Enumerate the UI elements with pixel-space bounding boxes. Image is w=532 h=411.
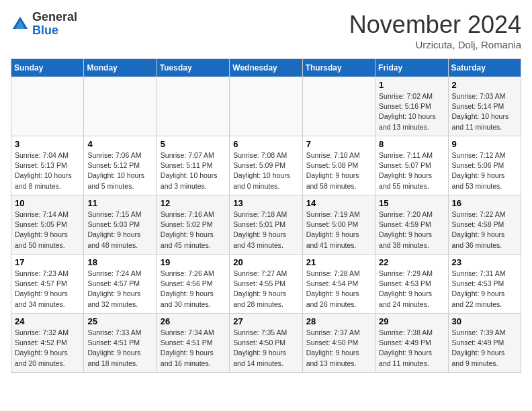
logo-icon [11, 15, 30, 34]
day-info: Sunrise: 7:27 AMSunset: 4:55 PMDaylight:… [233, 269, 298, 310]
location: Urzicuta, Dolj, Romania [349, 39, 521, 50]
calendar-cell: 10Sunrise: 7:14 AMSunset: 5:05 PMDayligh… [11, 195, 84, 255]
month-title: November 2024 [349, 11, 521, 39]
calendar-header: SundayMondayTuesdayWednesdayThursdayFrid… [11, 59, 521, 77]
day-info: Sunrise: 7:02 AMSunset: 5:16 PMDaylight:… [379, 91, 444, 132]
calendar-body: 1Sunrise: 7:02 AMSunset: 5:16 PMDaylight… [11, 77, 521, 373]
day-info: Sunrise: 7:15 AMSunset: 5:03 PMDaylight:… [87, 210, 152, 250]
calendar-cell: 30Sunrise: 7:39 AMSunset: 4:49 PMDayligh… [448, 314, 521, 373]
day-info: Sunrise: 7:20 AMSunset: 4:59 PMDaylight:… [379, 210, 444, 250]
day-number: 7 [306, 139, 371, 149]
day-info: Sunrise: 7:31 AMSunset: 4:53 PMDaylight:… [452, 269, 517, 310]
day-number: 12 [161, 198, 226, 208]
calendar-cell: 3Sunrise: 7:04 AMSunset: 5:13 PMDaylight… [11, 136, 84, 195]
calendar-cell: 24Sunrise: 7:32 AMSunset: 4:52 PMDayligh… [11, 314, 84, 373]
day-number: 18 [87, 257, 152, 267]
day-number: 14 [306, 198, 371, 208]
day-info: Sunrise: 7:29 AMSunset: 4:53 PMDaylight:… [379, 269, 444, 310]
calendar-cell: 23Sunrise: 7:31 AMSunset: 4:53 PMDayligh… [448, 255, 521, 314]
logo-blue-text: Blue [32, 24, 77, 38]
calendar-cell: 17Sunrise: 7:23 AMSunset: 4:57 PMDayligh… [11, 255, 84, 314]
logo: General Blue [11, 11, 77, 38]
day-info: Sunrise: 7:18 AMSunset: 5:01 PMDaylight:… [233, 210, 298, 250]
day-info: Sunrise: 7:33 AMSunset: 4:51 PMDaylight:… [87, 328, 152, 369]
calendar-cell: 21Sunrise: 7:28 AMSunset: 4:54 PMDayligh… [302, 255, 375, 314]
day-info: Sunrise: 7:08 AMSunset: 5:09 PMDaylight:… [233, 150, 298, 191]
calendar-cell: 29Sunrise: 7:38 AMSunset: 4:49 PMDayligh… [375, 314, 448, 373]
day-info: Sunrise: 7:06 AMSunset: 5:12 PMDaylight:… [87, 150, 152, 191]
day-number: 1 [379, 80, 444, 90]
day-info: Sunrise: 7:26 AMSunset: 4:56 PMDaylight:… [161, 269, 226, 310]
page-header: General Blue November 2024 Urzicuta, Dol… [11, 11, 521, 50]
calendar-cell [11, 77, 84, 136]
day-info: Sunrise: 7:34 AMSunset: 4:51 PMDaylight:… [161, 328, 226, 369]
calendar-cell: 26Sunrise: 7:34 AMSunset: 4:51 PMDayligh… [157, 314, 229, 373]
day-info: Sunrise: 7:38 AMSunset: 4:49 PMDaylight:… [379, 328, 444, 369]
day-info: Sunrise: 7:12 AMSunset: 5:06 PMDaylight:… [452, 150, 517, 191]
calendar-table: SundayMondayTuesdayWednesdayThursdayFrid… [11, 58, 521, 373]
day-info: Sunrise: 7:07 AMSunset: 5:11 PMDaylight:… [161, 150, 226, 191]
calendar-cell: 9Sunrise: 7:12 AMSunset: 5:06 PMDaylight… [448, 136, 521, 195]
calendar-week: 17Sunrise: 7:23 AMSunset: 4:57 PMDayligh… [11, 255, 521, 314]
calendar-cell: 4Sunrise: 7:06 AMSunset: 5:12 PMDaylight… [84, 136, 157, 195]
weekday-header: Saturday [448, 59, 521, 77]
day-number: 24 [15, 316, 80, 326]
day-number: 3 [15, 139, 80, 149]
calendar-cell: 12Sunrise: 7:16 AMSunset: 5:02 PMDayligh… [157, 195, 229, 255]
day-number: 21 [306, 257, 371, 267]
day-number: 11 [87, 198, 152, 208]
weekday-header: Wednesday [230, 59, 302, 77]
calendar-cell: 6Sunrise: 7:08 AMSunset: 5:09 PMDaylight… [230, 136, 302, 195]
weekday-header: Sunday [11, 59, 84, 77]
calendar-cell: 28Sunrise: 7:37 AMSunset: 4:50 PMDayligh… [302, 314, 375, 373]
day-info: Sunrise: 7:11 AMSunset: 5:07 PMDaylight:… [379, 150, 444, 191]
calendar-cell: 8Sunrise: 7:11 AMSunset: 5:07 PMDaylight… [375, 136, 448, 195]
day-number: 10 [15, 198, 80, 208]
calendar-cell: 11Sunrise: 7:15 AMSunset: 5:03 PMDayligh… [84, 195, 157, 255]
day-info: Sunrise: 7:16 AMSunset: 5:02 PMDaylight:… [161, 210, 226, 250]
day-info: Sunrise: 7:35 AMSunset: 4:50 PMDaylight:… [233, 328, 298, 369]
calendar-cell [157, 77, 229, 136]
day-number: 16 [452, 198, 517, 208]
calendar-week: 1Sunrise: 7:02 AMSunset: 5:16 PMDaylight… [11, 77, 521, 136]
day-number: 27 [233, 316, 298, 326]
logo-general-text: General [32, 11, 77, 24]
calendar-cell: 27Sunrise: 7:35 AMSunset: 4:50 PMDayligh… [230, 314, 302, 373]
calendar-cell: 2Sunrise: 7:03 AMSunset: 5:14 PMDaylight… [448, 77, 521, 136]
calendar-cell: 15Sunrise: 7:20 AMSunset: 4:59 PMDayligh… [375, 195, 448, 255]
day-info: Sunrise: 7:19 AMSunset: 5:00 PMDaylight:… [306, 210, 371, 250]
day-number: 25 [87, 316, 152, 326]
day-info: Sunrise: 7:23 AMSunset: 4:57 PMDaylight:… [15, 269, 80, 310]
calendar-cell [302, 77, 375, 136]
weekday-header: Friday [375, 59, 448, 77]
day-number: 29 [379, 316, 444, 326]
day-number: 23 [452, 257, 517, 267]
calendar-cell: 18Sunrise: 7:24 AMSunset: 4:57 PMDayligh… [84, 255, 157, 314]
day-info: Sunrise: 7:04 AMSunset: 5:13 PMDaylight:… [15, 150, 80, 191]
calendar-cell [84, 77, 157, 136]
day-info: Sunrise: 7:10 AMSunset: 5:08 PMDaylight:… [306, 150, 371, 191]
calendar-cell: 1Sunrise: 7:02 AMSunset: 5:16 PMDaylight… [375, 77, 448, 136]
calendar-cell: 7Sunrise: 7:10 AMSunset: 5:08 PMDaylight… [302, 136, 375, 195]
day-info: Sunrise: 7:24 AMSunset: 4:57 PMDaylight:… [87, 269, 152, 310]
day-number: 26 [161, 316, 226, 326]
weekday-header: Monday [84, 59, 157, 77]
weekday-header: Tuesday [157, 59, 229, 77]
calendar-cell: 13Sunrise: 7:18 AMSunset: 5:01 PMDayligh… [230, 195, 302, 255]
day-number: 9 [452, 139, 517, 149]
day-info: Sunrise: 7:22 AMSunset: 4:58 PMDaylight:… [452, 210, 517, 250]
day-info: Sunrise: 7:32 AMSunset: 4:52 PMDaylight:… [15, 328, 80, 369]
calendar-cell: 16Sunrise: 7:22 AMSunset: 4:58 PMDayligh… [448, 195, 521, 255]
day-number: 28 [306, 316, 371, 326]
calendar-cell: 25Sunrise: 7:33 AMSunset: 4:51 PMDayligh… [84, 314, 157, 373]
day-info: Sunrise: 7:28 AMSunset: 4:54 PMDaylight:… [306, 269, 371, 310]
day-number: 2 [452, 80, 517, 90]
weekday-header: Thursday [302, 59, 375, 77]
day-number: 22 [379, 257, 444, 267]
day-info: Sunrise: 7:03 AMSunset: 5:14 PMDaylight:… [452, 91, 517, 132]
day-number: 17 [15, 257, 80, 267]
day-number: 6 [233, 139, 298, 149]
day-number: 15 [379, 198, 444, 208]
day-number: 20 [233, 257, 298, 267]
calendar-week: 10Sunrise: 7:14 AMSunset: 5:05 PMDayligh… [11, 195, 521, 255]
